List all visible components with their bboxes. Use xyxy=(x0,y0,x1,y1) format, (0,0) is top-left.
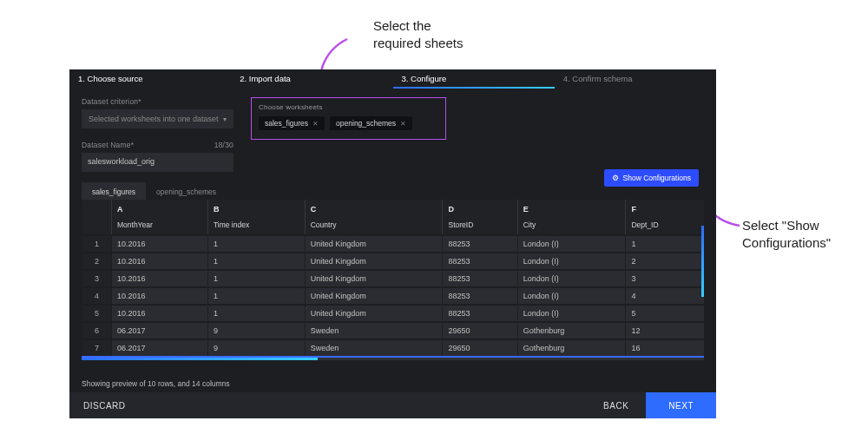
table-cell[interactable]: 12 xyxy=(626,322,704,339)
table-cell[interactable]: Sweden xyxy=(305,339,443,357)
table-cell[interactable]: 9 xyxy=(207,322,305,339)
horizontal-scrollbar[interactable] xyxy=(82,358,704,360)
preview-note: Showing preview of 10 rows, and 14 colum… xyxy=(69,375,716,392)
table-row[interactable]: 210.20161United Kingdom88253London (I)2 xyxy=(82,253,705,270)
criteria-label: Dataset criterion* xyxy=(82,97,242,106)
show-configurations-button[interactable]: ⚙ Show Configurations xyxy=(604,169,699,187)
table-cell[interactable]: 3 xyxy=(626,270,704,287)
table-row[interactable]: 410.20161United Kingdom88253London (I)4 xyxy=(82,287,705,305)
preview-table-wrap: A B C D E F MonthYear Time index Country… xyxy=(82,200,704,375)
table-cell[interactable]: London (I) xyxy=(517,287,626,305)
table-cell[interactable]: London (I) xyxy=(517,235,626,253)
step-choose-source[interactable]: 1. Choose source xyxy=(69,69,231,89)
table-row[interactable]: 606.20179Sweden29650Gothenburg12 xyxy=(82,322,705,339)
step-import-data[interactable]: 2. Import data xyxy=(231,69,392,89)
col-name[interactable]: Dept_ID xyxy=(626,217,704,235)
table-cell[interactable]: 4 xyxy=(626,287,704,305)
table-cell[interactable]: 5 xyxy=(626,305,704,322)
table-row[interactable]: 310.20161United Kingdom88253London (I)3 xyxy=(82,270,705,287)
dataset-name-input[interactable]: salesworkload_orig xyxy=(82,153,233,172)
col-letter[interactable]: D xyxy=(443,200,517,217)
app-panel: 1. Choose source 2. Import data 3. Confi… xyxy=(69,69,716,418)
table-cell[interactable]: London (I) xyxy=(517,305,626,322)
col-name[interactable]: MonthYear xyxy=(112,217,208,235)
table-cell[interactable]: 88253 xyxy=(443,253,517,270)
worksheets-label: Choose worksheets xyxy=(259,103,438,111)
table-cell[interactable]: 88253 xyxy=(443,270,517,287)
discard-button[interactable]: DISCARD xyxy=(83,401,126,411)
table-cell[interactable]: 1 xyxy=(207,305,305,322)
choose-worksheets-box: Choose worksheets sales_figures ✕ openin… xyxy=(251,97,446,140)
col-letter[interactable]: B xyxy=(207,200,305,217)
vertical-scroll-accent[interactable] xyxy=(701,226,704,297)
col-name[interactable]: Country xyxy=(305,217,443,235)
row-number: 6 xyxy=(82,322,112,339)
wizard-footer: DISCARD BACK NEXT xyxy=(69,392,716,418)
col-letter[interactable]: E xyxy=(517,200,626,217)
table-cell[interactable]: 1 xyxy=(626,235,704,253)
next-button[interactable]: NEXT xyxy=(646,392,716,418)
table-cell[interactable]: 10.2016 xyxy=(112,305,208,322)
table-cell[interactable]: United Kingdom xyxy=(305,253,443,270)
table-cell[interactable]: United Kingdom xyxy=(305,270,443,287)
table-header-letters: A B C D E F xyxy=(82,200,705,217)
table-cell[interactable]: 88253 xyxy=(443,235,517,253)
dataset-name-label: Dataset Name* xyxy=(82,141,134,149)
criteria-select[interactable]: Selected worksheets into one dataset ▾ xyxy=(82,109,233,128)
table-cell[interactable]: London (I) xyxy=(517,253,626,270)
worksheet-chip-opening-schemes[interactable]: opening_schemes ✕ xyxy=(330,116,412,130)
table-cell[interactable]: 9 xyxy=(207,339,305,357)
annotation-top: Select the required sheets xyxy=(373,17,463,53)
table-cell[interactable]: 1 xyxy=(207,287,305,305)
table-cell[interactable]: 10.2016 xyxy=(112,253,208,270)
right-column: Choose worksheets sales_figures ✕ openin… xyxy=(242,97,704,172)
col-name[interactable]: Time index xyxy=(207,217,305,235)
table-cell[interactable]: London (I) xyxy=(517,270,626,287)
table-cell[interactable]: 10.2016 xyxy=(112,287,208,305)
row-number: 2 xyxy=(82,253,112,270)
table-cell[interactable]: 29650 xyxy=(443,339,517,357)
table-cell[interactable]: Gothenburg xyxy=(517,322,626,339)
table-cell[interactable]: 1 xyxy=(207,235,305,253)
table-cell[interactable]: United Kingdom xyxy=(305,305,443,322)
table-cell[interactable]: 1 xyxy=(207,270,305,287)
table-cell[interactable]: 88253 xyxy=(443,287,517,305)
col-letter[interactable]: A xyxy=(112,200,208,217)
scrollbar-thumb[interactable] xyxy=(82,358,318,360)
worksheet-chip-sales-figures[interactable]: sales_figures ✕ xyxy=(259,116,325,130)
table-header-names: MonthYear Time index Country StoreID Cit… xyxy=(82,217,705,235)
table-cell[interactable]: 16 xyxy=(626,339,704,357)
table-row[interactable]: 706.20179Sweden29650Gothenburg16 xyxy=(82,339,705,357)
table-cell[interactable]: 29650 xyxy=(443,322,517,339)
step-configure[interactable]: 3. Configure xyxy=(393,69,555,89)
remove-chip-icon[interactable]: ✕ xyxy=(400,120,406,128)
row-number: 3 xyxy=(82,270,112,287)
col-letter[interactable]: C xyxy=(305,200,443,217)
table-cell[interactable]: 88253 xyxy=(443,305,517,322)
table-cell[interactable]: 06.2017 xyxy=(112,322,208,339)
table-cell[interactable]: 10.2016 xyxy=(112,235,208,253)
table-cell[interactable]: Sweden xyxy=(305,322,443,339)
row-number: 1 xyxy=(82,235,112,253)
table-cell[interactable]: 10.2016 xyxy=(112,270,208,287)
table-cell[interactable]: 2 xyxy=(626,253,704,270)
col-name[interactable]: StoreID xyxy=(443,217,517,235)
tab-opening-schemes[interactable]: opening_schemes xyxy=(146,182,227,200)
col-letter[interactable]: F xyxy=(626,200,704,217)
table-cell[interactable]: United Kingdom xyxy=(305,235,443,253)
step-confirm-schema[interactable]: 4. Confirm schema xyxy=(555,69,716,89)
configure-content: Dataset criterion* Selected worksheets i… xyxy=(69,89,716,172)
tab-sales-figures[interactable]: sales_figures xyxy=(82,182,146,200)
remove-chip-icon[interactable]: ✕ xyxy=(312,120,319,128)
table-cell[interactable]: United Kingdom xyxy=(305,287,443,305)
table-row[interactable]: 110.20161United Kingdom88253London (I)1 xyxy=(82,235,705,253)
chevron-down-icon: ▾ xyxy=(223,115,227,123)
col-name[interactable]: City xyxy=(517,217,626,235)
table-cell[interactable]: 06.2017 xyxy=(112,339,208,357)
table-row[interactable]: 510.20161United Kingdom88253London (I)5 xyxy=(82,305,705,322)
annotation-right: Select "Show Configurations" xyxy=(742,217,831,253)
row-number: 7 xyxy=(82,339,112,357)
table-cell[interactable]: 1 xyxy=(207,253,305,270)
back-button[interactable]: BACK xyxy=(586,401,646,411)
table-cell[interactable]: Gothenburg xyxy=(517,339,626,357)
